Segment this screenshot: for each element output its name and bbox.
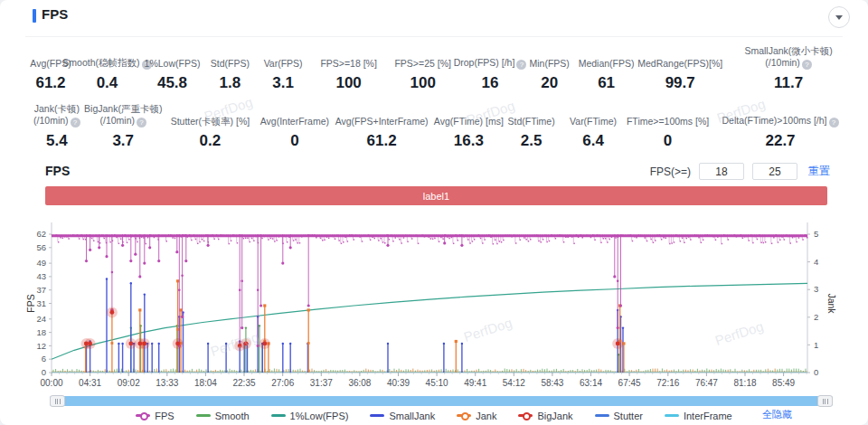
scrollbar-handle-left[interactable] xyxy=(50,395,65,407)
stat-label: Min(FPS) xyxy=(529,58,569,70)
label1-banner[interactable]: label1 xyxy=(45,186,827,205)
stat-label: Std(FTime) xyxy=(508,116,555,128)
svg-text:31: 31 xyxy=(36,298,46,308)
scrollbar-handle-right[interactable] xyxy=(817,395,833,407)
fps-threshold-input-1[interactable] xyxy=(699,163,744,180)
svg-text:09:02: 09:02 xyxy=(118,378,140,388)
stat-label: Stutter(卡顿率) [%] xyxy=(171,116,250,128)
fps-chart[interactable]: 0612182431374349566201234500:0004:3109:0… xyxy=(25,210,854,392)
legend-item-interframe[interactable]: InterFrame xyxy=(665,411,732,421)
svg-text:0: 0 xyxy=(42,367,46,377)
chart-legend: FPSSmooth1%Low(FPS)SmallJankJankBigJankS… xyxy=(0,408,868,423)
legend-item-smalljank[interactable]: SmallJank xyxy=(370,411,435,421)
svg-text:63:14: 63:14 xyxy=(580,378,602,388)
legend-item-1%low-fps-[interactable]: 1%Low(FPS) xyxy=(271,411,349,421)
stat-label: Std(FPS) xyxy=(211,58,250,70)
legend-item-jank[interactable]: Jank xyxy=(457,411,496,421)
legend-swatch xyxy=(136,414,150,417)
svg-text:40:39: 40:39 xyxy=(387,378,410,388)
stat-value: 3.7 xyxy=(112,132,134,150)
chevron-down-icon xyxy=(835,15,843,20)
label1-text: label1 xyxy=(423,191,449,202)
legend-label: BigJank xyxy=(537,411,572,421)
stat-value: 16 xyxy=(482,74,499,92)
svg-text:67:45: 67:45 xyxy=(618,378,641,388)
legend-label: InterFrame xyxy=(684,411,732,421)
stat-value: 100 xyxy=(410,74,436,92)
stat-label: (/10min)? xyxy=(765,57,812,70)
stat-avg-ftime-ms-: Avg(FTime) [ms]16.3 xyxy=(434,103,503,150)
legend-item-stutter[interactable]: Stutter xyxy=(595,411,643,421)
info-icon[interactable]: ? xyxy=(71,118,80,128)
stat-ftime-100ms-%-: FTime>=100ms [%]0 xyxy=(627,103,709,150)
collapse-button[interactable] xyxy=(828,6,850,28)
stat-label: Avg(InterFrame) xyxy=(260,116,329,128)
svg-text:49:41: 49:41 xyxy=(464,378,486,388)
legend-item-fps[interactable]: FPS xyxy=(136,411,174,421)
svg-text:81:18: 81:18 xyxy=(733,378,756,388)
svg-text:3: 3 xyxy=(814,284,818,294)
svg-text:85:49: 85:49 xyxy=(772,378,795,388)
stat-stutter-%-: Stutter(卡顿率) [%]0.2 xyxy=(160,103,260,150)
svg-text:22:35: 22:35 xyxy=(232,378,255,388)
svg-text:36:08: 36:08 xyxy=(348,378,371,388)
stat-median-fps-: Median(FPS)61 xyxy=(578,45,635,92)
stat-fps-25-%-: FPS>=25 [%]100 xyxy=(387,45,459,92)
divider xyxy=(25,36,843,37)
hide-all-link[interactable]: 全隐藏 xyxy=(762,408,792,421)
stat-fps-18-%-: FPS>=18 [%]100 xyxy=(311,45,387,92)
fps-chart-svg[interactable]: 0612182431374349566201234500:0004:3109:0… xyxy=(25,210,854,392)
stat-value: 0.2 xyxy=(200,132,222,150)
info-icon[interactable]: ? xyxy=(137,118,146,128)
reset-link[interactable]: 重置 xyxy=(808,164,830,179)
stat-value: 3.1 xyxy=(272,74,294,92)
svg-text:49: 49 xyxy=(36,258,46,268)
stat-bigjank-: BigJank(严重卡顿)(/10min)?3.7 xyxy=(87,103,160,150)
stat-value: 0.4 xyxy=(97,74,118,92)
legend-label: Jank xyxy=(476,411,496,421)
legend-label: FPS xyxy=(155,411,174,421)
svg-text:62: 62 xyxy=(36,229,46,239)
stat-delta-ftime-100ms-h-: Delta(FTime)>100ms [/h]?22.7 xyxy=(709,103,852,150)
svg-text:04:31: 04:31 xyxy=(79,378,101,388)
fps-threshold-input-2[interactable] xyxy=(752,163,797,180)
stat-label: 1%Low(FPS) xyxy=(145,58,201,70)
svg-text:Jank: Jank xyxy=(826,293,837,314)
legend-label: Stutter xyxy=(614,411,643,421)
chart-scrollbar[interactable] xyxy=(50,395,833,407)
stat-label: FTime>=100ms [%] xyxy=(627,116,709,128)
stat-std-ftime-: Std(FTime)2.5 xyxy=(503,103,560,150)
stat-value: 100 xyxy=(335,74,361,92)
stat-jank-: Jank(卡顿)(/10min)?5.4 xyxy=(27,103,87,150)
info-icon[interactable]: ? xyxy=(829,118,839,128)
stat-label: (/10min)? xyxy=(33,115,80,128)
stat-label: FPS>=18 [%] xyxy=(320,58,376,70)
stat-label: BigJank(严重卡顿) xyxy=(84,103,162,115)
stat-value: 0 xyxy=(290,132,298,150)
legend-item-bigjank[interactable]: BigJank xyxy=(518,411,572,421)
svg-text:1: 1 xyxy=(814,340,818,350)
fps-threshold-controls: FPS(>=) 重置 xyxy=(650,163,830,180)
legend-swatch xyxy=(196,414,211,417)
stat-value: 61 xyxy=(598,74,615,92)
legend-dot xyxy=(140,412,148,420)
stat-label: Delta(FTime)>100ms [/h]? xyxy=(722,115,839,128)
stat-label: Drop(FPS) [/h]? xyxy=(454,57,527,70)
svg-text:2: 2 xyxy=(814,312,818,322)
legend-label: Smooth xyxy=(215,411,250,421)
svg-text:24: 24 xyxy=(36,314,46,324)
legend-swatch xyxy=(370,414,384,417)
svg-text:12: 12 xyxy=(36,341,46,351)
stat-value: 61.2 xyxy=(367,132,397,150)
legend-item-smooth[interactable]: Smooth xyxy=(196,411,250,421)
scrollbar-track[interactable] xyxy=(50,396,833,406)
stat-value: 6.4 xyxy=(582,132,604,150)
legend-dot xyxy=(461,412,469,420)
legend-label: 1%Low(FPS) xyxy=(290,411,349,421)
fps-ge-label: FPS(>=) xyxy=(650,165,691,178)
legend-swatch xyxy=(665,414,679,417)
stat-value: 45.8 xyxy=(157,74,187,92)
stat-value: 20 xyxy=(541,74,558,92)
stat-1%low-fps-: 1%Low(FPS)45.8 xyxy=(140,45,204,92)
info-icon[interactable]: ? xyxy=(802,60,812,70)
